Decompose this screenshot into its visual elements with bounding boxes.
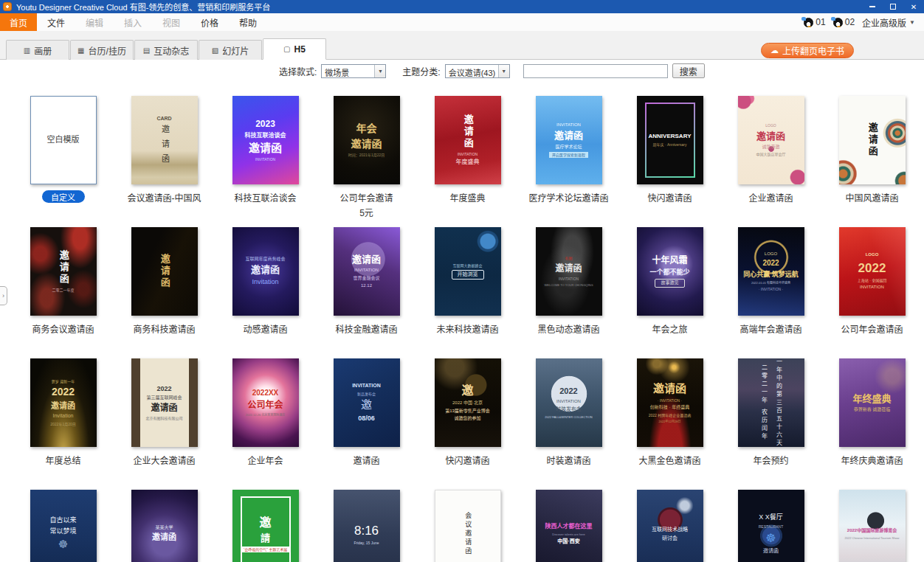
template-title: 高端年会邀请函 — [739, 322, 801, 335]
template-thumb[interactable]: 邀请函INVITATION年度盛典 — [435, 96, 501, 184]
template-title: 年会之旅 — [652, 322, 687, 335]
template-title: 黑色动态邀请函 — [537, 322, 599, 335]
template-thumb[interactable]: 邀请函 — [131, 227, 198, 316]
thumb-line: 年会 — [356, 122, 377, 136]
template-title: 企业邀请函 — [748, 191, 793, 204]
template-thumb[interactable]: ANNIVERSARY周年庆 · Anniversary — [637, 96, 703, 184]
thumb-text: LOGO邀请函诚挚恭邀中国大饭店宴会厅 — [738, 96, 804, 184]
template-thumb[interactable]: 二零二一年 农历闰年一年中的第三百五十六天 — [738, 358, 804, 447]
template-thumb[interactable]: 十年风霜一个都不能少故事邀见 — [637, 227, 703, 316]
template-grid: 空白模版自定义CARD邀 请 函会议邀请函-中国风2023科技互联洽谈会邀请函I… — [0, 96, 924, 562]
thumb-line: 年度盛典 — [456, 159, 480, 166]
template-thumb[interactable]: 年终盛典恭贺新春 诚邀莅临 — [839, 358, 906, 447]
template-thumb[interactable]: INVITATION新品发布会邀08/06 — [334, 358, 400, 447]
thumb-text: 二零二一年 农历闰年一年中的第三百五十六天 — [738, 358, 804, 447]
template-card: 邀请函中国风邀请函 — [821, 96, 923, 227]
tab-slides[interactable]: ▧幻灯片 — [199, 40, 262, 60]
thumb-text: LOGO2022上海站 · 全国巡回INVITATION — [839, 227, 906, 316]
template-thumb[interactable]: 某某大学邀请函 — [131, 490, 198, 562]
close-button[interactable]: ✕ — [903, 0, 924, 13]
menu-item-price[interactable]: 价格 — [190, 13, 229, 31]
template-card: LOGO2022同心共赢 筑梦远航2022.01.01 有图科技年终盛典· IN… — [720, 227, 821, 358]
template-card: 邀請“会呼吸的空气” 主题艺术展 — [215, 490, 316, 562]
template-thumb[interactable]: 年会邀请函时间：2021年1月22日 — [334, 96, 400, 184]
thumb-line: 2022 — [762, 259, 779, 268]
template-thumb[interactable]: X X餐厅RESTAURANT☸邀请函 — [738, 490, 804, 562]
template-thumb[interactable]: 贺岁 迎新一年2022邀请函Invitation2022年1月20日 — [30, 358, 97, 447]
thumb-text: 某某大学邀请函 — [131, 490, 198, 562]
template-thumb[interactable]: 有图邀请函INVITATIONWELCOME TO YOUR CHONGQING — [536, 227, 602, 316]
template-thumb[interactable]: CARD邀 请 函 — [131, 96, 198, 184]
template-thumb[interactable]: 2022中国国际旅游博览会2022 Chinese International … — [839, 490, 906, 562]
qq-account-number: 01 — [816, 17, 825, 27]
app-logo-icon — [3, 2, 12, 11]
maximize-button[interactable] — [883, 0, 903, 13]
thumb-line: 8:16 — [354, 523, 379, 538]
template-thumb[interactable]: 空白模版 — [30, 96, 97, 184]
template-card: 邀请函INVITATION世界金融会议12.12科技金融邀请函 — [316, 227, 417, 358]
account-menu[interactable]: 企业高级版 ▼ — [862, 16, 915, 29]
template-thumb[interactable]: 2022第三届互联网峰会邀请函北京有图科技有限公司 — [131, 358, 198, 447]
template-thumb[interactable]: 2023科技互联洽谈会邀请函INVITATION — [232, 96, 299, 184]
template-thumb[interactable]: 陕西人才都在这里Discover talents are here中国·西安 — [536, 490, 602, 562]
thumb-line: 2022 — [52, 386, 75, 399]
template-thumb[interactable]: 邀请函· INVITATION ·创新科技 · 年终盛典2022 村牌年终企业邀… — [637, 358, 703, 447]
template-thumb[interactable]: LOGO邀请函诚挚恭邀中国大饭店宴会厅 — [738, 96, 804, 184]
template-thumb[interactable]: 邀2022 中国·北京第13届新零售产业博会诚邀您的参加 — [435, 358, 501, 447]
thumb-line: Invitation — [52, 413, 73, 420]
template-price: 5元 — [359, 206, 373, 218]
qq-account-2[interactable]: 02 — [833, 17, 855, 27]
template-thumb[interactable]: 邀请函 — [839, 96, 906, 184]
search-input[interactable] — [523, 64, 668, 78]
minimize-icon — [869, 6, 875, 7]
upload-ebook-button[interactable]: ☁ 上传翻页电子书 — [761, 43, 854, 58]
template-card: ANNIVERSARY周年庆 · Anniversary快闪邀请函 — [619, 96, 720, 227]
thumb-text: 邀請“会呼吸的空气” 主题艺术展 — [232, 490, 299, 562]
thumb-line: 2022XX — [252, 389, 279, 398]
menu-item-help[interactable]: 帮助 — [229, 13, 267, 31]
thumb-line: 同心共赢 筑梦远航 — [743, 271, 799, 279]
category-select[interactable]: 会议邀请(43) ▼ — [445, 64, 510, 78]
template-thumb[interactable]: 会议邀请函 — [435, 490, 501, 562]
search-button[interactable]: 搜索 — [672, 63, 705, 78]
template-thumb[interactable]: LOGO2022同心共赢 筑梦远航2022.01.01 有图科技年终盛典· IN… — [738, 227, 804, 316]
thumb-line: · INVITATION · — [759, 287, 783, 291]
cloud-upload-icon: ☁ — [770, 46, 779, 55]
thumb-line: 2022 — [858, 260, 886, 276]
qq-penguin-icon — [804, 18, 813, 27]
template-thumb[interactable]: 自古以来常以梦境☸ — [30, 490, 97, 562]
thumb-text: 年终盛典恭贺新春 诚邀莅临 — [839, 358, 906, 447]
tab-magazine[interactable]: ▤互动杂志 — [134, 40, 198, 60]
template-thumb[interactable]: 2022XX公司年会2022-12-26 北京某某国际酒店 — [232, 358, 299, 447]
thumb-line: 邀请函 — [57, 250, 69, 285]
thumb-line: 2022 — [559, 386, 577, 397]
template-title: 年终庆典邀请函 — [841, 454, 903, 466]
template-thumb[interactable]: 2022INVITATION时装发布会2022 FALL&WINTER COLL… — [536, 358, 602, 447]
template-thumb[interactable]: 互联网大数据峰会开始浏览 — [435, 227, 501, 316]
template-thumb[interactable]: 邀请函二零二一年度 — [30, 227, 97, 316]
template-title: 大黑金色邀请函 — [638, 454, 700, 466]
template-thumb[interactable]: 互联网年度商务峰会邀请函Invitation — [232, 227, 299, 316]
menu-item-home[interactable]: 首页 — [0, 13, 37, 31]
menu-item-file[interactable]: 文件 — [37, 13, 75, 31]
style-select[interactable]: 微场景 ▼ — [321, 64, 386, 78]
customize-button[interactable]: 自定义 — [42, 190, 85, 203]
template-thumb[interactable]: 邀请函INVITATION世界金融会议12.12 — [334, 227, 400, 316]
menubar-right: 0102 企业高级版 ▼ — [804, 13, 924, 31]
template-thumb[interactable]: 互联网技术战略研讨会 — [637, 490, 703, 562]
minimize-button[interactable] — [862, 0, 883, 13]
template-title: 邀请函 — [353, 454, 379, 466]
template-thumb[interactable]: 8:16Friday, 15 June — [334, 490, 400, 562]
panel-collapse-handle[interactable]: › — [0, 286, 7, 305]
template-thumb[interactable]: INVITATION邀请函医疗学术论坛开启医学探索新旅程 — [536, 96, 602, 184]
category-select-value: 会议邀请(43) — [446, 65, 498, 77]
template-thumb[interactable]: LOGO2022上海站 · 全国巡回INVITATION — [839, 227, 906, 316]
thumb-line: 公司年会 — [247, 400, 283, 411]
template-thumb[interactable]: 邀請“会呼吸的空气” 主题艺术展 — [232, 490, 299, 562]
qq-account-1[interactable]: 01 — [804, 17, 825, 27]
content-area: 选择款式: 微场景 ▼ 主题分类: 会议邀请(43) ▼ 搜索 空白模版自定义C… — [0, 63, 924, 562]
thumb-line: 12.12 — [361, 283, 372, 289]
tab-album[interactable]: ▥画册 — [6, 40, 69, 60]
tab-h5[interactable]: ▢H5 — [263, 38, 326, 60]
tab-calendar[interactable]: ▦台历/挂历 — [70, 40, 134, 60]
